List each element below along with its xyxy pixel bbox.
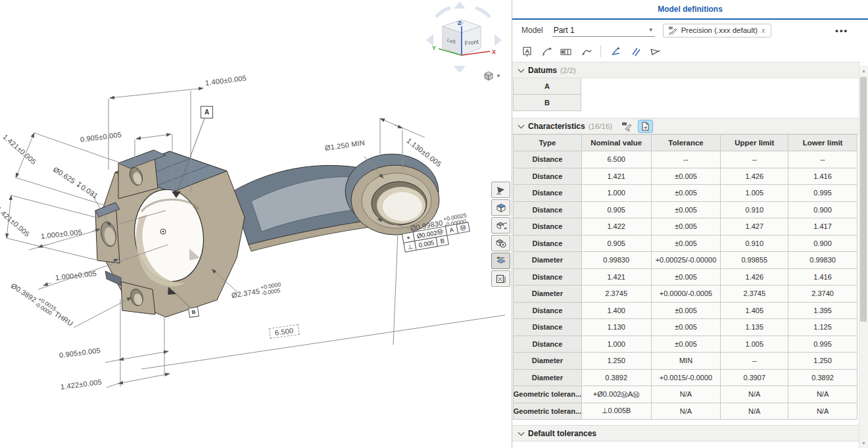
svg-text:±: ± xyxy=(669,31,671,36)
roll-cw-arrow[interactable] xyxy=(475,8,490,17)
cell-nominal: 1.000 xyxy=(582,336,652,353)
cell-upper: 0.910 xyxy=(721,236,788,252)
cell-nominal: 1.130 xyxy=(582,319,652,336)
chevron-down-icon: ▼ xyxy=(648,27,654,33)
angle-dimension-tool-button[interactable] xyxy=(608,44,623,59)
cell-tolerance: ±0.005 xyxy=(652,185,721,201)
cell-upper: 1.405 xyxy=(721,303,788,319)
cell-lower: 0.995 xyxy=(788,336,857,353)
characteristic-row[interactable]: Diameter0.99830+0.00025/-0.000000.998550… xyxy=(513,252,857,269)
export-icon xyxy=(640,121,650,132)
characteristic-row[interactable]: Distance1.400±0.0051.4051.395 xyxy=(513,303,857,320)
cell-tolerance: N/A xyxy=(652,386,721,403)
rotate-view-icon xyxy=(495,220,507,231)
cell-tolerance: ±0.005 xyxy=(652,202,721,218)
datum-tool-button[interactable]: A xyxy=(519,44,535,59)
edit-tolerances-button[interactable]: ± xyxy=(621,121,633,132)
column-header-lower: Lower limit xyxy=(788,135,857,151)
roll-ccw-arrow[interactable] xyxy=(436,8,450,17)
cell-nominal: 0.3892 xyxy=(582,370,652,386)
cell-tolerance: ±0.005 xyxy=(652,319,721,336)
cell-type: Diameter xyxy=(514,370,582,386)
scroll-up-arrow[interactable]: ▲ xyxy=(859,66,868,76)
view-orientation-dropdown[interactable]: ▼ xyxy=(483,71,501,81)
characteristic-row[interactable]: Distance1.422±0.0051.4271.417 xyxy=(513,218,857,236)
cell-nominal: ⌖Ø0.002ⓂAⓂ xyxy=(582,386,652,403)
annotation-filter-icon xyxy=(495,274,507,284)
characteristics-table-header: Type Nominal value Tolerance Upper limit… xyxy=(513,135,857,151)
cell-upper: 0.3907 xyxy=(721,370,788,386)
section-view-button[interactable] xyxy=(491,182,510,198)
characteristic-row[interactable]: Geometric toleran...⊥0.005BN/AN/AN/A xyxy=(513,403,857,420)
section-characteristics[interactable]: Characteristics (16/16) ± xyxy=(512,118,860,134)
geometric-tolerance-tool-icon xyxy=(560,46,572,57)
angle-dimension-tool-icon xyxy=(610,46,621,57)
chevron-down-icon xyxy=(518,66,525,73)
column-header-type: Type xyxy=(514,135,582,151)
cell-lower: 0.900 xyxy=(788,236,857,252)
tab-model-definitions[interactable]: Model definitions xyxy=(658,5,723,14)
section-default-tolerances[interactable]: Default tolerances xyxy=(512,425,860,441)
scrollbar-thumb[interactable] xyxy=(860,77,867,322)
characteristic-row[interactable]: Distance0.905±0.0050.9100.900 xyxy=(513,236,857,253)
datum-flag-b[interactable]: B xyxy=(188,307,199,318)
pan-view-icon xyxy=(495,256,507,266)
zoom-view-button[interactable] xyxy=(491,235,510,251)
export-characteristics-button[interactable] xyxy=(638,120,653,133)
leader-tool-button[interactable] xyxy=(578,44,594,59)
model-label: Model xyxy=(521,26,543,35)
named-views-button[interactable] xyxy=(491,199,510,216)
cell-lower: 1.416 xyxy=(788,168,857,185)
cell-tolerance: ±0.005 xyxy=(652,303,721,319)
characteristic-row[interactable]: Distance1.421±0.0051.4261.416 xyxy=(513,269,857,286)
cell-tolerance: ±0.005 xyxy=(652,336,721,353)
model-selector-row: Model Part 1 ▼ ± Precision (.xxx default… xyxy=(512,20,868,41)
panel-scrollbar[interactable]: ▲ ▼ xyxy=(859,66,868,448)
geometric-tolerance-tool-button[interactable] xyxy=(558,44,574,59)
datum-row-a[interactable]: A xyxy=(513,78,581,95)
cell-upper: 1.005 xyxy=(721,185,788,201)
annotation-filter-button[interactable] xyxy=(491,270,510,287)
model-dropdown[interactable]: Part 1 ▼ xyxy=(552,24,655,37)
cell-type: Distance xyxy=(514,336,582,353)
cell-type: Distance xyxy=(514,319,582,336)
cell-tolerance: ±0.005 xyxy=(652,269,721,286)
cad-application-window: 1.400±0.005 0.905±0.005 1.421±0.005 1.42… xyxy=(0,0,868,448)
3d-viewport[interactable]: 1.400±0.005 0.905±0.005 1.421±0.005 1.42… xyxy=(0,0,512,448)
view-cube[interactable]: Top Left Front Z Y X xyxy=(424,3,503,75)
close-icon[interactable]: x xyxy=(761,26,766,34)
dimension-tool-button[interactable] xyxy=(539,44,554,59)
section-datums[interactable]: Datums (2/2) xyxy=(512,62,860,78)
cell-lower: 1.250 xyxy=(788,353,857,369)
parallel-tool-button[interactable] xyxy=(627,44,643,59)
cell-upper: -- xyxy=(721,151,788,168)
characteristic-row[interactable]: Distance0.905±0.0050.9100.900 xyxy=(513,202,857,219)
characteristic-row[interactable]: Diameter0.3892+0.0015/-0.00000.39070.389… xyxy=(513,370,857,387)
characteristic-row[interactable]: Diameter1.250MIN--1.250 xyxy=(513,353,857,370)
characteristic-row[interactable]: Geometric toleran...⌖Ø0.002ⓂAⓂN/AN/AN/A xyxy=(513,386,857,403)
cell-upper: -- xyxy=(721,353,788,369)
cell-type: Diameter xyxy=(514,286,582,302)
column-header-upper: Upper limit xyxy=(721,135,788,151)
characteristic-row[interactable]: Distance1.000±0.0051.0050.995 xyxy=(513,185,857,202)
cell-nominal: 1.421 xyxy=(582,168,652,185)
characteristic-row[interactable]: Distance1.421±0.0051.4261.416 xyxy=(513,168,857,186)
precision-chip[interactable]: ± Precision (.xxx default) x xyxy=(663,24,771,37)
scroll-down-arrow[interactable]: ▼ xyxy=(859,438,868,448)
zoom-view-icon xyxy=(495,238,507,249)
direction-tool-button[interactable] xyxy=(647,44,663,59)
rotate-view-button[interactable] xyxy=(491,217,510,234)
cell-nominal: 2.3745 xyxy=(582,286,652,302)
pan-view-button[interactable] xyxy=(491,253,510,269)
characteristic-row[interactable]: Distance1.130±0.0051.1351.125 xyxy=(513,319,857,336)
overflow-menu-button[interactable]: ••• xyxy=(835,26,848,36)
cell-nominal: 0.99830 xyxy=(582,252,652,268)
cell-type: Distance xyxy=(514,269,582,286)
cell-upper: 1.426 xyxy=(721,269,788,286)
characteristic-row[interactable]: Diameter2.3745+0.0000/-0.00052.37452.374… xyxy=(513,286,857,303)
leader-tool-icon xyxy=(581,46,592,57)
datum-row-b[interactable]: B xyxy=(513,95,581,111)
characteristic-row[interactable]: Distance1.000±0.0051.0050.995 xyxy=(513,336,857,353)
datum-flag-a[interactable]: A xyxy=(201,106,213,118)
characteristic-row[interactable]: Distance6.500------ xyxy=(513,151,857,168)
